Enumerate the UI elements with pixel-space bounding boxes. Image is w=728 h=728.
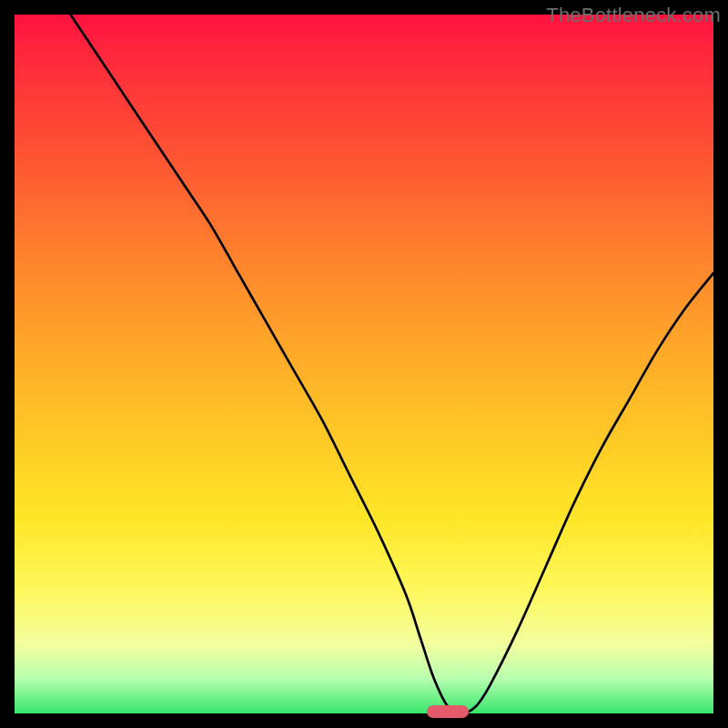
watermark-text: TheBottleneck.com	[546, 4, 721, 27]
minimum-marker	[427, 705, 469, 718]
bottleneck-curve	[15, 15, 713, 713]
plot-area	[15, 15, 713, 713]
chart-container: TheBottleneck.com	[0, 0, 728, 728]
